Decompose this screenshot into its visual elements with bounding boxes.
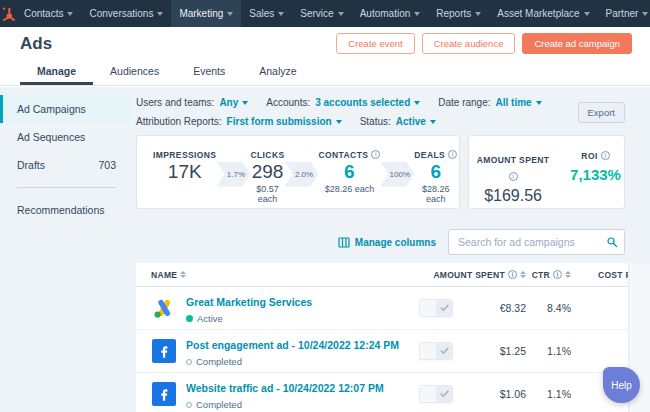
sidebar-item-recommendations[interactable]: Recommendations (0, 196, 130, 224)
nav-item-partner[interactable]: Partner (598, 0, 650, 27)
contacts-value: 6 (319, 161, 381, 182)
check-icon (440, 347, 449, 355)
nav-item-marketing[interactable]: Marketing (171, 0, 241, 27)
stat-roi: ROI 7,133% (570, 149, 621, 208)
chevron-down-icon (227, 12, 233, 16)
campaign-status: Completed (186, 399, 384, 410)
date-range-label: Date range: (438, 97, 490, 108)
sidebar-item-ad-campaigns[interactable]: Ad Campaigns (0, 95, 130, 123)
accounts-dropdown[interactable]: 3 accounts selected (315, 97, 420, 108)
info-icon[interactable] (448, 150, 457, 159)
campaign-toggle[interactable] (419, 342, 453, 360)
create-ad-campaign-button[interactable]: Create ad campaign (522, 33, 632, 54)
search-box (448, 229, 625, 255)
manage-columns-button[interactable]: Manage columns (338, 237, 436, 248)
column-header-name[interactable]: NAME (151, 270, 406, 280)
stats-cards: IMPRESSIONS 17K 1.7% CLICKS 298 $0.57 ea… (136, 135, 625, 209)
export-button[interactable]: Export (578, 102, 625, 123)
info-icon[interactable] (553, 270, 562, 279)
campaign-name-cell: Great Marketing Services Active (151, 292, 406, 324)
sidebar: Ad Campaigns Ad Sequences Drafts703 Reco… (0, 87, 130, 412)
primary-nav: Contacts Conversations Marketing Sales S… (16, 0, 650, 27)
status-dot-completed (186, 359, 192, 365)
facebook-icon (151, 381, 177, 407)
table-row: Post engagement ad - 10/24/2022 12:24 PM… (136, 330, 650, 373)
campaign-name-cell: Post engagement ad - 10/24/2022 12:24 PM… (151, 335, 406, 367)
filter-row-2: Attribution Reports: First form submissi… (136, 116, 625, 127)
impressions-value: 17K (153, 161, 216, 182)
users-teams-dropdown[interactable]: Any (219, 97, 248, 108)
nav-item-sales[interactable]: Sales (241, 0, 292, 27)
info-icon[interactable] (601, 151, 610, 160)
tab-events[interactable]: Events (176, 60, 242, 85)
sidebar-item-ad-sequences[interactable]: Ad Sequences (0, 123, 130, 151)
campaign-name-cell: Website traffic ad - 10/24/2022 12:07 PM… (151, 378, 406, 410)
table-toolbar: Manage columns (136, 229, 625, 255)
info-icon[interactable] (508, 270, 517, 279)
stat-deals: DEALS 6 $28.26 each (414, 148, 457, 196)
column-header-ctr[interactable]: CTR (526, 270, 571, 280)
main-panel: Users and teams: Any Accounts: 3 account… (136, 87, 650, 412)
nav-item-service[interactable]: Service (292, 0, 351, 27)
filters-bar: Users and teams: Any Accounts: 3 account… (136, 87, 650, 127)
chevron-down-icon (430, 120, 436, 124)
search-icon[interactable] (606, 236, 618, 248)
tab-audiences[interactable]: Audiences (93, 60, 176, 85)
sidebar-item-drafts[interactable]: Drafts703 (0, 151, 130, 179)
spend-roi-card: AMOUNT SPENT $169.56 ROI 7,133% (468, 135, 625, 209)
clicks-value: 298 (250, 161, 284, 182)
contacts-cost-each: $28.26 each (319, 184, 381, 196)
hubspot-logo-icon[interactable] (0, 6, 16, 22)
create-audience-button[interactable]: Create audience (422, 33, 516, 54)
campaign-toggle[interactable] (419, 385, 453, 403)
page-title: Ads (0, 34, 52, 54)
chevron-down-icon (475, 12, 481, 16)
date-range-dropdown[interactable]: All time (496, 97, 542, 108)
deals-cost-each: $28.26 each (414, 184, 457, 196)
status-dot-completed (186, 402, 192, 408)
ctr-value: 1.1% (526, 388, 571, 400)
status-dropdown[interactable]: Active (396, 116, 436, 127)
chevron-down-icon (584, 12, 590, 16)
search-input[interactable] (448, 229, 625, 255)
stat-clicks: CLICKS 298 $0.57 each (250, 148, 284, 196)
tab-bar: Manage Audiences Events Analyze (0, 60, 650, 86)
tab-manage[interactable]: Manage (20, 60, 93, 85)
chevron-down-icon (414, 12, 420, 16)
chevron-down-icon (336, 120, 342, 124)
campaigns-table: NAME AMOUNT SPENT CTR COST PER (136, 263, 650, 412)
chevron-down-icon (338, 12, 344, 16)
check-icon (440, 390, 449, 398)
create-event-button[interactable]: Create event (336, 33, 414, 54)
amount-spent-value: $1.25 (466, 345, 526, 357)
attribution-dropdown[interactable]: First form submission (227, 116, 342, 127)
ctr-value: 1.1% (526, 345, 571, 357)
nav-item-asset-marketplace[interactable]: Asset Marketplace (489, 0, 597, 27)
campaign-link[interactable]: Website traffic ad - 10/24/2022 12:07 PM (186, 382, 384, 394)
tab-analyze[interactable]: Analyze (242, 60, 313, 85)
campaign-link[interactable]: Post engagement ad - 10/24/2022 12:24 PM (186, 339, 399, 351)
campaign-toggle[interactable] (419, 299, 453, 317)
table-row: Website traffic ad - 10/24/2022 12:07 PM… (136, 373, 650, 412)
info-icon[interactable] (509, 172, 518, 181)
column-header-amount-spent[interactable]: AMOUNT SPENT (406, 270, 526, 280)
chevron-down-icon (414, 101, 420, 105)
sort-icon[interactable] (180, 271, 186, 278)
header-actions: Create event Create audience Create ad c… (336, 33, 650, 54)
campaign-status: Active (186, 313, 312, 324)
nav-item-conversations[interactable]: Conversations (81, 0, 171, 27)
info-icon[interactable] (371, 150, 380, 159)
campaign-status: Completed (186, 356, 399, 367)
chevron-down-icon (642, 12, 648, 16)
help-button[interactable]: Help (603, 367, 640, 403)
chevron-down-icon (157, 12, 163, 16)
status-label: Status: (360, 116, 391, 127)
campaign-link[interactable]: Great Marketing Services (186, 296, 312, 308)
amount-spent-value: €8.32 (466, 302, 526, 314)
amount-spent-value: $169.56 (472, 187, 554, 205)
deals-value: 6 (414, 161, 457, 182)
nav-item-contacts[interactable]: Contacts (16, 0, 81, 27)
roi-value: 7,133% (570, 166, 621, 183)
nav-item-reports[interactable]: Reports (428, 0, 489, 27)
nav-item-automation[interactable]: Automation (352, 0, 429, 27)
